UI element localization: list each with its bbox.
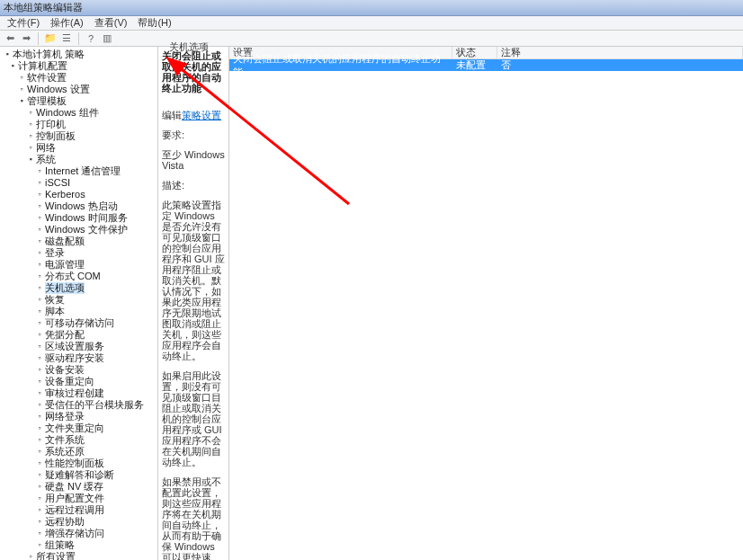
filter-icon[interactable]: ▥ [101,32,113,45]
policy-heading: 关闭会阻止或取消关机的应用程序的自动终止功能 [162,50,227,93]
right-pane: 关机选项 关闭会阻止或取消关机的应用程序的自动终止功能 编辑策略设置 要求: 至… [158,47,743,560]
requirement-text: 至少 Windows Vista [162,149,227,171]
tree-item[interactable]: ▫审核过程创建 [0,387,157,399]
menu-view[interactable]: 查看(V) [89,16,133,30]
desc-text: 如果禁用或不配置此设置，则这些应用程序将在关机期间自动终止，从而有助于确保 Wi… [162,476,227,560]
tree-item[interactable]: ▫文件夹重定向 [0,422,157,434]
tree-item[interactable]: ▫系统还原 [0,446,157,458]
desc-text: 此策略设置指定 Windows 是否允许没有可见顶级窗口的控制台应用程序和 GU… [162,200,227,361]
menu-action[interactable]: 操作(A) [45,16,89,30]
list-icon[interactable]: ☰ [60,32,73,45]
folder-icon[interactable]: 📁 [44,32,57,45]
tree-item[interactable]: ▫驱动程序安装 [0,352,157,364]
tree-item[interactable]: ▫所有设置 [0,551,157,560]
tree-item[interactable]: ▫Windows 设置 [0,84,157,95]
tree-item[interactable]: ▫电源管理 [0,259,157,271]
toolbar-sep [78,32,79,45]
col-note[interactable]: 注释 [497,47,743,58]
tree-item[interactable]: ▫凭据分配 [0,329,157,341]
tree-item[interactable]: ▫区域设置服务 [0,341,157,352]
menu-file[interactable]: 文件(F) [2,16,45,30]
row-state: 未配置 [452,58,497,72]
tree-item[interactable]: ▫Kerberos [0,189,157,200]
tree-item[interactable]: ▫分布式 COM [0,271,157,282]
tool-bar: ⬅ ➡ 📁 ☰ ? ▥ [0,31,743,47]
tree-item[interactable]: ▫设备重定向 [0,376,157,387]
main-split: ▪本地计算机 策略 ▪计算机配置 ▫软件设置 ▫Windows 设置 ▪管理模板… [0,47,743,560]
settings-list: 设置 状态 注释 关闭会阻止或取消关机的应用程序的自动终止功能 未配置 否 [228,47,743,560]
tree-item[interactable]: ▫脚本 [0,306,157,317]
tree-shutdown-options[interactable]: ▫关机选项 [0,282,157,294]
tree-item[interactable]: ▫用户配置文件 [0,493,157,504]
back-icon[interactable]: ⬅ [4,32,16,45]
requirement-label: 要求: [162,129,227,140]
forward-icon[interactable]: ➡ [20,32,32,45]
desc-label: 描述: [162,180,227,191]
window-title: 本地组策略编辑器 [4,1,83,14]
tree-item[interactable]: ▫硬盘 NV 缓存 [0,481,157,493]
tree-item[interactable]: ▫软件设置 [0,72,157,84]
tree-item[interactable]: ▫打印机 [0,119,157,130]
description-pane: 关闭会阻止或取消关机的应用程序的自动终止功能 编辑策略设置 要求: 至少 Win… [158,47,228,560]
edit-policy-link[interactable]: 策略设置 [182,110,221,120]
tree-item[interactable]: ▫可移动存储访问 [0,317,157,329]
tree-item[interactable]: ▫Windows 文件保护 [0,224,157,236]
tree-item[interactable]: ▫受信任的平台模块服务 [0,399,157,411]
tree-item[interactable]: ▫磁盘配额 [0,236,157,247]
panel-content: 关闭会阻止或取消关机的应用程序的自动终止功能 编辑策略设置 要求: 至少 Win… [158,47,743,560]
toolbar-sep [38,32,39,45]
setting-row[interactable]: 关闭会阻止或取消关机的应用程序的自动终止功能 未配置 否 [229,59,743,71]
tree-system[interactable]: ▪系统 [0,154,157,165]
tree-item[interactable]: ▫设备安装 [0,364,157,376]
tree-item[interactable]: ▫网络登录 [0,411,157,422]
tree-pane[interactable]: ▪本地计算机 策略 ▪计算机配置 ▫软件设置 ▫Windows 设置 ▪管理模板… [0,47,158,560]
edit-line: 编辑策略设置 [162,110,227,120]
tree-item[interactable]: ▫Windows 热启动 [0,200,157,212]
tree-item[interactable]: ▫iSCSI [0,177,157,189]
tree-item[interactable]: ▫网络 [0,142,157,154]
tree-item[interactable]: ▫控制面板 [0,130,157,142]
tree-item[interactable]: ▫Windows 组件 [0,107,157,119]
tree-item[interactable]: ▫Internet 通信管理 [0,165,157,177]
row-name: 关闭会阻止或取消关机的应用程序的自动终止功能 [229,52,452,79]
tree-item[interactable]: ▫性能控制面板 [0,458,157,469]
tree-item[interactable]: ▫远程过程调用 [0,504,157,516]
window-title-bar: 本地组策略编辑器 [0,0,743,16]
tree-item[interactable]: ▫远程协助 [0,516,157,528]
tree-root[interactable]: ▪本地计算机 策略 [0,49,157,60]
tree-item[interactable]: ▫疑难解答和诊断 [0,469,157,481]
tree-computer-config[interactable]: ▪计算机配置 [0,60,157,72]
row-note: 否 [497,58,743,72]
menu-help[interactable]: 帮助(H) [132,16,176,30]
col-state[interactable]: 状态 [452,47,497,58]
tree-item[interactable]: ▫文件系统 [0,434,157,446]
tree-item[interactable]: ▫登录 [0,247,157,259]
tree-item[interactable]: ▫组策略 [0,539,157,551]
tree-item[interactable]: ▫Windows 时间服务 [0,212,157,224]
tree-item[interactable]: ▪管理模板 [0,95,157,107]
desc-text: 如果启用此设置，则没有可见顶级窗口目阻止或取消关机的控制台应用程序或 GUI 应… [162,370,227,467]
menu-bar: 文件(F) 操作(A) 查看(V) 帮助(H) [0,16,743,31]
tree-item[interactable]: ▫增强存储访问 [0,528,157,539]
help-icon[interactable]: ? [85,32,97,45]
tree-item[interactable]: ▫恢复 [0,294,157,306]
